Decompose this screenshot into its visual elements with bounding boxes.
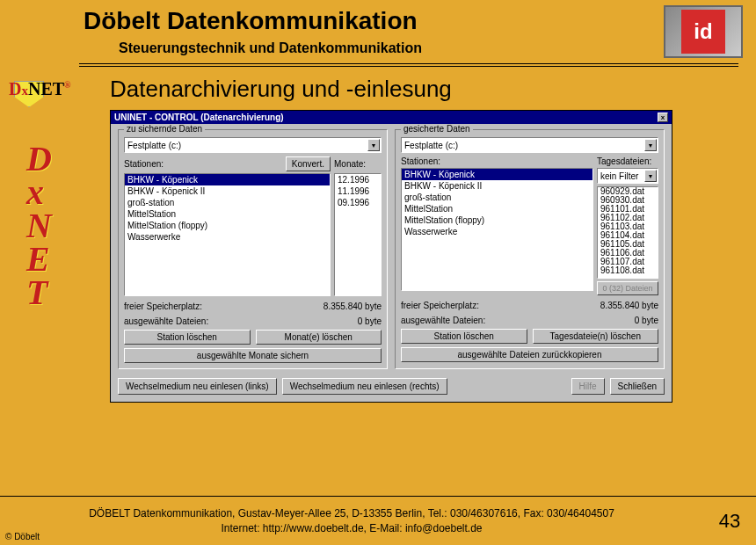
list-item[interactable]: BHKW - Köpenick II [125, 185, 330, 197]
page-title: Datenarchivierung und -einlesung [110, 76, 738, 103]
footer: © Döbelt DÖBELT Datenkommunikation, Gust… [0, 496, 756, 545]
delete-station-button-left[interactable]: Station löschen [124, 330, 251, 345]
list-item[interactable]: MittelStation (floppy) [402, 214, 592, 226]
titlebar-text: UNINET - CONTROL (Datenarchivierung) [114, 113, 658, 122]
delete-month-button[interactable]: Monat(e) löschen [256, 330, 382, 345]
list-item[interactable]: BHKW - Köpenick [402, 169, 592, 180]
dayfiles-list[interactable]: 960929.dat 960930.dat 961101.dat 961102.… [597, 186, 658, 279]
help-button[interactable]: Hilfe [571, 378, 605, 395]
selected-value: 0 byte [358, 316, 382, 326]
list-item[interactable]: groß-station [125, 197, 330, 208]
stations-list-left[interactable]: BHKW - Köpenick BHKW - Köpenick II groß-… [124, 173, 331, 296]
chevron-down-icon[interactable]: ▼ [644, 139, 657, 151]
dialog-window: UNINET - CONTROL (Datenarchivierung) x z… [110, 110, 672, 403]
drive-select-left[interactable]: Festplatte (c:) ▼ [124, 137, 382, 153]
company-subtitle: Steuerungstechnik und Datenkommunikation [84, 40, 651, 56]
delete-dayfile-button[interactable]: Tagesdateie(n) löschen [533, 329, 659, 344]
copyright: © Döbelt [5, 532, 40, 541]
free-space-label: freier Speicherplatz: [124, 302, 202, 311]
close-button[interactable]: Schließen [610, 378, 665, 395]
group-title-left: zu sichernde Daten [124, 124, 205, 134]
free-space-value: 8.355.840 byte [323, 302, 382, 311]
selected-value-right: 0 byte [635, 316, 658, 325]
reread-right-button[interactable]: Wechselmedium neu einlesen (rechts) [282, 378, 447, 395]
list-item[interactable]: MittelStation [402, 203, 592, 214]
footer-line1: DÖBELT Datenkommunikation, Gustav-Meyer-… [0, 506, 703, 521]
list-item[interactable]: BHKW - Köpenick [125, 174, 330, 185]
selected-label-right: ausgewählte Dateien: [401, 316, 485, 325]
page-number: 43 [703, 510, 756, 533]
vertical-brand: D x N E T [9, 125, 110, 309]
stations-label: Stationen: [124, 159, 282, 169]
group-title-right: gesicherte Daten [401, 124, 473, 134]
chevron-down-icon[interactable]: ▼ [367, 139, 380, 151]
copy-back-button[interactable]: ausgewählte Dateien zurückkopieren [401, 347, 658, 362]
list-item[interactable]: MittelStation [125, 208, 330, 220]
list-item[interactable]: MittelStation (floppy) [125, 220, 330, 231]
months-list[interactable]: 12.1996 11.1996 09.1996 [334, 173, 382, 296]
dayfiles-label: Tagesdateien: [597, 156, 658, 166]
file-count-button[interactable]: 0 (32) Dateien [597, 281, 658, 295]
list-item[interactable]: 11.1996 [335, 185, 381, 197]
list-item[interactable]: Wasserwerke [402, 226, 592, 237]
list-item[interactable]: Wasserwerke [125, 231, 330, 243]
delete-station-button-right[interactable]: Station löschen [401, 329, 527, 344]
free-space-label-right: freier Speicherplatz: [401, 301, 479, 310]
free-space-value-right: 8.355.840 byte [600, 301, 658, 310]
list-item[interactable]: 12.1996 [335, 174, 381, 185]
group-backup: zu sichernde Daten Festplatte (c:) ▼ Sta… [118, 129, 388, 369]
group-restore: gesicherte Daten Festplatte (c:) ▼ Stati… [395, 129, 665, 369]
sidebar: DxNET® D x N E T [0, 67, 110, 489]
footer-line2: Internet: http://www.doebelt.de, E-Mail:… [0, 521, 703, 536]
filter-select[interactable]: kein Filter ▼ [597, 168, 658, 184]
logo-icon: id [664, 5, 743, 58]
stations-list-right[interactable]: BHKW - Köpenick BHKW - Köpenick II groß-… [401, 168, 593, 291]
list-item[interactable]: groß-station [402, 192, 592, 203]
stations-label-right: Stationen: [401, 156, 593, 166]
list-item[interactable]: 09.1996 [335, 197, 381, 208]
header: Döbelt Datenkommunikation Steuerungstech… [0, 0, 756, 63]
months-label: Monate: [334, 159, 382, 169]
save-months-button[interactable]: ausgewählte Monate sichern [124, 348, 382, 363]
chevron-down-icon[interactable]: ▼ [644, 170, 657, 182]
list-item[interactable]: 961108.dat [598, 266, 658, 275]
company-name: Döbelt Datenkommunikation [84, 7, 651, 35]
selected-label: ausgewählte Dateien: [124, 316, 208, 326]
dxnet-badge: DxNET® [9, 76, 97, 107]
close-icon[interactable]: x [658, 113, 668, 122]
titlebar[interactable]: UNINET - CONTROL (Datenarchivierung) x [111, 111, 672, 124]
list-item[interactable]: BHKW - Köpenick II [402, 180, 592, 192]
drive-select-right[interactable]: Festplatte (c:) ▼ [401, 137, 658, 153]
convert-button[interactable]: Konvert. [286, 156, 331, 171]
reread-left-button[interactable]: Wechselmedium neu einlesen (links) [118, 378, 277, 395]
